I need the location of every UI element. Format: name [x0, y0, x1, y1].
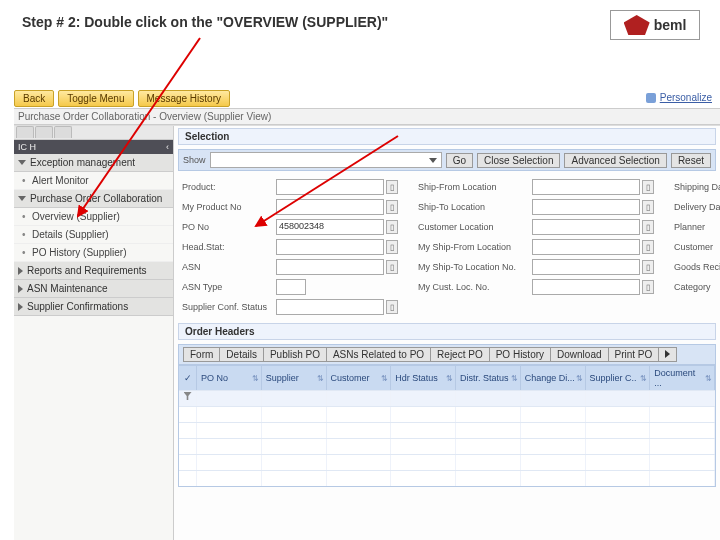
pono-input[interactable]: 458002348	[276, 219, 384, 235]
shipfrom-label: Ship-From Location	[418, 182, 530, 192]
collapse-icon[interactable]: ‹	[166, 142, 169, 152]
details-button[interactable]: Details	[219, 347, 264, 362]
col-supplier[interactable]: Supplier⇅	[262, 366, 327, 390]
message-history-button[interactable]: Message History	[138, 90, 230, 107]
nav-pohistory-supplier[interactable]: PO History (Supplier)	[14, 244, 173, 262]
download-button[interactable]: Download	[550, 347, 608, 362]
back-button[interactable]: Back	[14, 90, 54, 107]
col-select[interactable]: ✓	[179, 366, 197, 390]
asns-related-button[interactable]: ASNs Related to PO	[326, 347, 431, 362]
logo-icon	[624, 15, 650, 35]
print-po-button[interactable]: Print PO	[608, 347, 660, 362]
nav-reports[interactable]: Reports and Requirements	[14, 262, 173, 280]
f4-icon[interactable]: ▯	[386, 260, 398, 274]
close-selection-button[interactable]: Close Selection	[477, 153, 560, 168]
f4-icon[interactable]: ▯	[386, 220, 398, 234]
nav-exception-mgmt[interactable]: Exception management	[14, 154, 173, 172]
shipfrom-input[interactable]	[532, 179, 640, 195]
planner-label: Planner	[674, 222, 720, 232]
table-row[interactable]	[179, 438, 715, 454]
goods-label: Goods Recipient	[674, 262, 720, 272]
orders-table: ✓ PO No⇅ Supplier⇅ Customer⇅ Hdr Status⇅…	[178, 365, 716, 487]
chevron-down-icon	[429, 158, 437, 163]
col-customer[interactable]: Customer⇅	[327, 366, 392, 390]
myshiptono-label: My Ship-To Location No.	[418, 262, 530, 272]
f4-icon[interactable]: ▯	[386, 180, 398, 194]
col-distrstatus[interactable]: Distr. Status⇅	[456, 366, 521, 390]
table-row[interactable]	[179, 470, 715, 486]
chevron-down-icon	[18, 160, 26, 165]
nav-asn[interactable]: ASN Maintenance	[14, 280, 173, 298]
logo-text: beml	[654, 17, 687, 33]
table-row[interactable]	[179, 406, 715, 422]
step2-instruction: Step # 2: Double click on the "OVERVIEW …	[22, 14, 388, 30]
order-toolbar: Form Details Publish PO ASNs Related to …	[178, 344, 716, 365]
order-headers-title: Order Headers	[178, 323, 716, 340]
f4-icon[interactable]: ▯	[642, 260, 654, 274]
custloc-label: Customer Location	[418, 222, 530, 232]
form-button[interactable]: Form	[183, 347, 220, 362]
shipdate-label: Shipping Date	[674, 182, 720, 192]
filter-row[interactable]	[179, 390, 715, 406]
po-history-button[interactable]: PO History	[489, 347, 551, 362]
asntype-input[interactable]	[276, 279, 306, 295]
mycustloc-input[interactable]	[532, 279, 640, 295]
nav-header: IC H‹	[14, 140, 173, 154]
more-button[interactable]	[658, 347, 677, 362]
asntype-label: ASN Type	[182, 282, 274, 292]
show-select[interactable]	[210, 152, 442, 168]
advanced-selection-button[interactable]: Advanced Selection	[564, 153, 666, 168]
chevron-down-icon	[18, 196, 26, 201]
supconf-input[interactable]	[276, 299, 384, 315]
table-row[interactable]	[179, 422, 715, 438]
f4-icon[interactable]: ▯	[642, 220, 654, 234]
f4-icon[interactable]: ▯	[386, 200, 398, 214]
myshiptono-input[interactable]	[532, 259, 640, 275]
mycustloc-label: My Cust. Loc. No.	[418, 282, 530, 292]
f4-icon[interactable]: ▯	[386, 300, 398, 314]
custloc-input[interactable]	[532, 219, 640, 235]
f4-icon[interactable]: ▯	[386, 240, 398, 254]
nav-sec-label: Supplier Confirmations	[27, 301, 128, 312]
col-pono[interactable]: PO No⇅	[197, 366, 262, 390]
f4-icon[interactable]: ▯	[642, 200, 654, 214]
company-logo: beml	[610, 10, 700, 40]
publish-po-button[interactable]: Publish PO	[263, 347, 327, 362]
table-row[interactable]	[179, 454, 715, 470]
col-hdrstatus[interactable]: Hdr Status⇅	[391, 366, 456, 390]
chevron-right-icon	[18, 285, 23, 293]
col-document[interactable]: Document ...⇅	[650, 366, 715, 390]
reject-po-button[interactable]: Reject PO	[430, 347, 490, 362]
asn-input[interactable]	[276, 259, 384, 275]
tab-3[interactable]	[54, 126, 72, 138]
nav-overview-supplier[interactable]: Overview (Supplier)	[14, 208, 173, 226]
headstat-input[interactable]	[276, 239, 384, 255]
asn-label: ASN	[182, 262, 274, 272]
nav-po-collab[interactable]: Purchase Order Collaboration	[14, 190, 173, 208]
pono-label: PO No	[182, 222, 274, 232]
myshipfrom-input[interactable]	[532, 239, 640, 255]
f4-icon[interactable]: ▯	[642, 240, 654, 254]
personalize-link[interactable]: Personalize	[646, 92, 712, 103]
page-title: Purchase Order Collaboration - Overview …	[14, 108, 720, 125]
col-changedi[interactable]: Change Di...⇅	[521, 366, 586, 390]
nav-details-supplier[interactable]: Details (Supplier)	[14, 226, 173, 244]
myproduct-input[interactable]	[276, 199, 384, 215]
col-supplierc[interactable]: Supplier C..⇅	[586, 366, 651, 390]
toggle-menu-button[interactable]: Toggle Menu	[58, 90, 133, 107]
f4-icon[interactable]: ▯	[642, 280, 654, 294]
supconf-label: Supplier Conf. Status	[182, 302, 274, 312]
go-button[interactable]: Go	[446, 153, 473, 168]
funnel-icon	[184, 392, 192, 400]
nav-alert-monitor[interactable]: Alert Monitor	[14, 172, 173, 190]
shipto-input[interactable]	[532, 199, 640, 215]
tab-2[interactable]	[35, 126, 53, 138]
product-input[interactable]	[276, 179, 384, 195]
main-panel: Selection Show Go Close Selection Advanc…	[174, 126, 720, 540]
tab-1[interactable]	[16, 126, 34, 138]
nav-supplier-conf[interactable]: Supplier Confirmations	[14, 298, 173, 316]
reset-button[interactable]: Reset	[671, 153, 711, 168]
filter-grid: Product:▯ Ship-From Location▯ Shipping D…	[174, 175, 720, 319]
f4-icon[interactable]: ▯	[642, 180, 654, 194]
nav-sec-label: Purchase Order Collaboration	[30, 193, 162, 204]
